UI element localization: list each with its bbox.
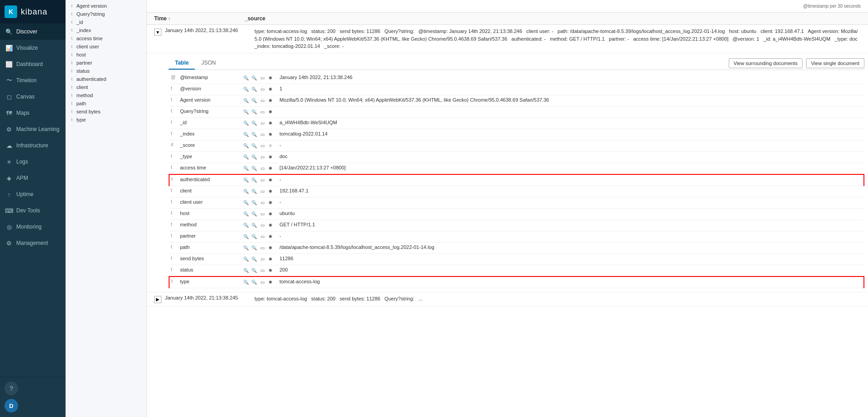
- filter-icon[interactable]: ▭: [259, 279, 266, 286]
- asterisk-icon[interactable]: ✱: [267, 199, 274, 206]
- asterisk-icon[interactable]: ✱: [267, 267, 274, 274]
- asterisk-icon[interactable]: ✱: [267, 120, 274, 127]
- zoom-in-icon[interactable]: 🔍: [242, 177, 250, 184]
- zoom-in-icon[interactable]: 🔍: [242, 267, 250, 274]
- field-item-path[interactable]: t path: [66, 99, 146, 108]
- filter-icon[interactable]: ▭: [259, 267, 266, 274]
- filter-icon[interactable]: ▭: [259, 86, 266, 93]
- field-item-host[interactable]: t host: [66, 51, 146, 59]
- sidebar-item-infrastructure[interactable]: ☁ Infrastructure: [0, 137, 66, 154]
- filter-icon[interactable]: ▭: [259, 256, 266, 263]
- filter-icon[interactable]: ▭: [259, 165, 266, 172]
- zoom-in-icon[interactable]: 🔍: [242, 142, 250, 150]
- field-item-send-bytes[interactable]: t send bytes: [66, 108, 146, 116]
- asterisk-icon[interactable]: ✱: [267, 279, 274, 286]
- zoom-in-icon[interactable]: 🔍: [242, 75, 250, 82]
- field-item-access-time[interactable]: t access time: [66, 34, 146, 42]
- filter-icon[interactable]: ▭: [259, 222, 266, 229]
- zoom-out-icon[interactable]: 🔍: [250, 211, 258, 218]
- asterisk-icon[interactable]: ✱: [267, 211, 274, 218]
- filter-icon[interactable]: ▭: [259, 131, 266, 138]
- filter-icon[interactable]: ▭: [259, 120, 266, 127]
- zoom-out-icon[interactable]: 🔍: [250, 108, 258, 116]
- asterisk-icon[interactable]: ✱: [267, 154, 274, 161]
- zoom-in-icon[interactable]: 🔍: [242, 86, 250, 93]
- expand-button[interactable]: ▼: [154, 28, 161, 36]
- zoom-in-icon[interactable]: 🔍: [242, 222, 250, 229]
- help-icon[interactable]: ?: [5, 382, 18, 395]
- asterisk-icon[interactable]: ✱: [267, 75, 274, 82]
- field-item-method[interactable]: t method: [66, 91, 146, 99]
- field-item-status[interactable]: t status: [66, 67, 146, 75]
- zoom-in-icon[interactable]: 🔍: [242, 244, 250, 252]
- asterisk-icon[interactable]: ✱: [267, 177, 274, 184]
- zoom-out-icon[interactable]: 🔍: [250, 75, 258, 82]
- zoom-in-icon[interactable]: 🔍: [242, 165, 250, 172]
- field-item-type[interactable]: t type: [66, 116, 146, 124]
- sidebar-item-devtools[interactable]: ⌨ Dev Tools: [0, 202, 66, 219]
- asterisk-icon[interactable]: ✱: [267, 97, 274, 104]
- log-row-header[interactable]: ▶ January 14th 2022, 21:13:38.245 type: …: [147, 292, 868, 306]
- sidebar-item-timelion[interactable]: 〜 Timelion: [0, 72, 66, 89]
- log-row-header[interactable]: ▼ January 14th 2022, 21:13:38.246 type: …: [147, 25, 868, 53]
- zoom-out-icon[interactable]: 🔍: [250, 165, 258, 172]
- asterisk-icon[interactable]: ✱: [267, 108, 274, 116]
- filter-icon[interactable]: ▭: [259, 233, 266, 240]
- zoom-in-icon[interactable]: 🔍: [242, 211, 250, 218]
- sidebar-item-ml[interactable]: ⚙ Machine Learning: [0, 121, 66, 137]
- filter-icon[interactable]: ▭: [259, 199, 266, 206]
- field-item-client-user[interactable]: t client user: [66, 42, 146, 51]
- zoom-out-icon[interactable]: 🔍: [250, 222, 258, 229]
- zoom-out-icon[interactable]: 🔍: [250, 267, 258, 274]
- zoom-out-icon[interactable]: 🔍: [250, 120, 258, 127]
- sidebar-item-management[interactable]: ⚙ Management: [0, 235, 66, 251]
- field-item-agent-version[interactable]: t Agent version: [66, 2, 146, 10]
- sidebar-item-visualize[interactable]: 📊 Visualize: [0, 40, 66, 56]
- zoom-in-icon[interactable]: 🔍: [242, 256, 250, 263]
- tab-table[interactable]: Table: [169, 57, 195, 70]
- zoom-in-icon[interactable]: 🔍: [242, 97, 250, 104]
- field-item-id[interactable]: t _id: [66, 18, 146, 26]
- asterisk-icon[interactable]: ✱: [267, 131, 274, 138]
- field-item-partner[interactable]: t partner: [66, 59, 146, 67]
- zoom-out-icon[interactable]: 🔍: [250, 244, 258, 252]
- asterisk-icon[interactable]: ✱: [267, 188, 274, 195]
- field-item-authenticated[interactable]: t authenticated: [66, 75, 146, 83]
- col-time-header[interactable]: Time ↑: [154, 15, 245, 22]
- zoom-in-icon[interactable]: 🔍: [242, 154, 250, 161]
- sidebar-item-uptime[interactable]: ↑ Uptime: [0, 186, 66, 202]
- zoom-in-icon[interactable]: 🔍: [242, 131, 250, 138]
- zoom-out-icon[interactable]: 🔍: [250, 199, 258, 206]
- sidebar-item-dashboard[interactable]: ⬜ Dashboard: [0, 56, 66, 72]
- asterisk-icon[interactable]: ✱: [267, 256, 274, 263]
- sidebar-item-discover[interactable]: 🔍 Discover: [0, 23, 66, 40]
- scroll-area[interactable]: ▼ January 14th 2022, 21:13:38.246 type: …: [147, 25, 868, 417]
- filter-icon[interactable]: ▭: [259, 108, 266, 116]
- zoom-in-icon[interactable]: 🔍: [242, 199, 250, 206]
- view-single-button[interactable]: View single document: [806, 58, 864, 68]
- zoom-out-icon[interactable]: 🔍: [250, 279, 258, 286]
- field-item-index[interactable]: t _index: [66, 26, 146, 34]
- asterisk-icon[interactable]: ✱: [267, 244, 274, 252]
- zoom-out-icon[interactable]: 🔍: [250, 154, 258, 161]
- filter-icon[interactable]: ▭: [259, 75, 266, 82]
- zoom-out-icon[interactable]: 🔍: [250, 177, 258, 184]
- asterisk-icon[interactable]: ✱: [267, 142, 274, 150]
- field-item-client[interactable]: t client: [66, 83, 146, 91]
- zoom-out-icon[interactable]: 🔍: [250, 131, 258, 138]
- zoom-in-icon[interactable]: 🔍: [242, 188, 250, 195]
- kibana-logo[interactable]: K kibana: [0, 0, 66, 23]
- zoom-out-icon[interactable]: 🔍: [250, 86, 258, 93]
- tab-json[interactable]: JSON: [195, 57, 222, 70]
- asterisk-icon[interactable]: ✱: [267, 86, 274, 93]
- field-item-query-string[interactable]: t Query?string: [66, 10, 146, 18]
- filter-icon[interactable]: ▭: [259, 154, 266, 161]
- filter-icon[interactable]: ▭: [259, 142, 266, 150]
- zoom-out-icon[interactable]: 🔍: [250, 142, 258, 150]
- filter-icon[interactable]: ▭: [259, 244, 266, 252]
- filter-icon[interactable]: ▭: [259, 211, 266, 218]
- expand-button[interactable]: ▶: [154, 296, 161, 303]
- zoom-out-icon[interactable]: 🔍: [250, 256, 258, 263]
- sidebar-item-monitoring[interactable]: ◎ Monitoring: [0, 219, 66, 235]
- zoom-in-icon[interactable]: 🔍: [242, 233, 250, 240]
